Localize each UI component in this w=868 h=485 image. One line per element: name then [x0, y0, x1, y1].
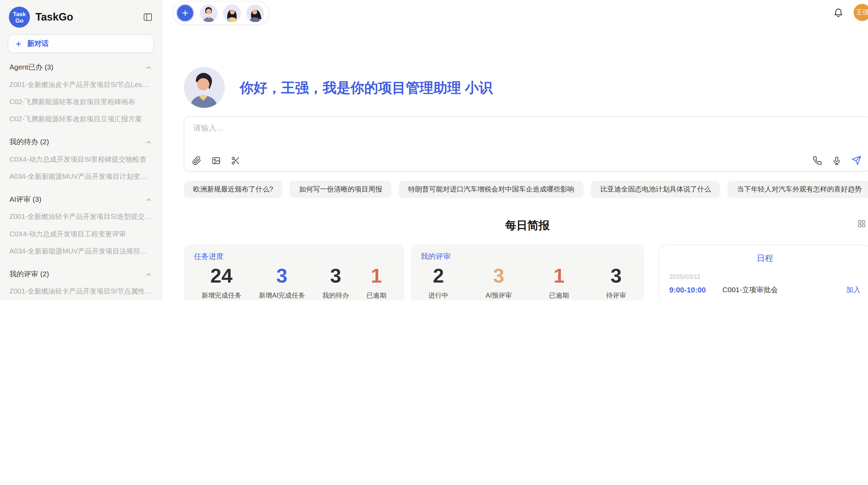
suggestion-chip[interactable]: 特朗普可能对进口汽车增税会对中国车企造成哪些影响: [399, 181, 583, 198]
stat-value: 1: [366, 264, 386, 288]
scissors-icon[interactable]: [231, 156, 240, 165]
suggestion-chips: 欧洲新规最近颁布了什么?如何写一份清晰的项目周报特朗普可能对进口汽车增税会对中国…: [184, 181, 868, 198]
stat-value: 24: [202, 264, 241, 288]
chevron-up-icon: [145, 196, 152, 203]
stat-card-title: 任务进度: [194, 252, 394, 262]
sidebar-item[interactable]: C02-飞腾新能源轻客改款项目立项汇报方案: [8, 111, 154, 128]
stat: 3 我的待办: [323, 264, 349, 300]
layout-grid-icon[interactable]: [857, 219, 866, 228]
right-column: 日程 2025/03/11 9:00-10:00 C001-立项审批会 加入 2…: [659, 245, 868, 300]
stat: 24 新增完成任务: [202, 264, 241, 300]
topbar-right: 王强: [833, 1, 868, 21]
sidebar-section-title: Agent已办 (3): [9, 62, 53, 72]
left-column: 任务进度 24 新增完成任务 3 新增AI完成任务 3 我的待办 1 已逾期 我…: [184, 245, 644, 300]
sidebar-item[interactable]: C0X4-动力总成开发项目工程变更评审: [8, 226, 154, 243]
schedule-date: 2025/03/11: [669, 273, 860, 280]
schedule-event-title: C001-立项审批会: [722, 285, 842, 295]
chat-input-card: [184, 116, 868, 171]
sidebar-item[interactable]: Z001-全新燃油皮卡产品开发项目SI节点Lesson Learn报告: [8, 76, 154, 94]
sidebar: Task Go TaskGo 新对话 Agent已办 (3) Z001-全新燃油…: [0, 0, 162, 300]
sidebar-section: 我的待办 (2) C0X4-动力总成开发项目SI里程碑提交物检查A034-全新新…: [8, 133, 154, 185]
sidebar-item[interactable]: C02-飞腾新能源轻客改款项目里程碑画布: [8, 94, 154, 111]
stat: 2 进行中: [429, 264, 448, 300]
assistant-avatar: [184, 67, 225, 108]
schedule-title: 日程: [669, 252, 860, 267]
sidebar-section: AI评审 (3) Z001-全新燃油轻卡产品开发项目SI造型提交物评审C0X4-…: [8, 191, 154, 260]
schedule-card: 日程 2025/03/11 9:00-10:00 C001-立项审批会 加入 2…: [659, 245, 868, 300]
stat-value: 3: [606, 264, 626, 288]
sidebar-item[interactable]: A034-全新新能源MUV产品开发项目法规符合性评审: [8, 243, 154, 260]
stats-row: 任务进度 24 新增完成任务 3 新增AI完成任务 3 我的待办 1 已逾期 我…: [184, 245, 644, 300]
stat: 1 已逾期: [366, 264, 386, 300]
stat: 3 AI预评审: [486, 264, 512, 300]
stat-label: 已逾期: [366, 291, 386, 300]
stat-value: 3: [259, 264, 305, 288]
schedule-time: 9:00-10:00: [669, 286, 722, 294]
stat-value: 1: [549, 264, 569, 288]
add-member-button[interactable]: [176, 4, 194, 22]
sidebar-section: 我的评审 (2) Z001-全新燃油轻卡产品开发项目SI节点属性5D文件评审A0…: [8, 265, 154, 300]
stat-value: 3: [486, 264, 512, 288]
content-columns: 任务进度 24 新增完成任务 3 新增AI完成任务 3 我的待办 1 已逾期 我…: [184, 245, 868, 300]
topbar: 王强: [173, 0, 868, 25]
phone-icon[interactable]: [813, 156, 822, 165]
suggestion-chip[interactable]: 欧洲新规最近颁布了什么?: [184, 181, 282, 198]
logo-line2: Go: [15, 17, 24, 24]
sidebar-section-title: 我的评审 (2): [9, 269, 49, 279]
stat: 3 新增AI完成任务: [259, 264, 305, 300]
input-attachments: [192, 156, 240, 165]
stat-label: 我的待办: [323, 291, 349, 300]
stat-card-title: 我的评审: [421, 252, 634, 262]
member-avatar-1[interactable]: [200, 4, 218, 22]
briefing-header: 每日简报: [184, 218, 868, 233]
stat: 1 已逾期: [549, 264, 569, 300]
stat-label: AI预评审: [486, 291, 512, 300]
sidebar-item[interactable]: Z001-全新燃油轻卡产品开发项目SI节点属性5D文件评审: [8, 283, 154, 300]
chevron-up-icon: [145, 139, 152, 146]
send-icon[interactable]: [852, 156, 861, 165]
chevron-up-icon: [145, 64, 152, 71]
suggestion-chip[interactable]: 如何写一份清晰的项目周报: [290, 181, 391, 198]
plus-icon: [15, 40, 22, 47]
suggestion-chip[interactable]: 比亚迪全固态电池计划具体说了什么: [591, 181, 721, 198]
image-attach-icon[interactable]: [212, 156, 221, 165]
app-title: TaskGo: [35, 11, 137, 23]
new-chat-button[interactable]: 新对话: [8, 34, 154, 53]
sidebar-item[interactable]: C0X4-动力总成开发项目SI里程碑提交物检查: [8, 151, 154, 168]
sidebar-section-header[interactable]: AI评审 (3): [8, 191, 154, 209]
chevron-up-icon: [145, 271, 152, 278]
collapse-sidebar-icon[interactable]: [143, 12, 153, 22]
sidebar-section-header[interactable]: Agent已办 (3): [8, 59, 154, 76]
app-window: Task Go TaskGo 新对话 Agent已办 (3) Z001-全新燃油…: [0, 0, 868, 300]
logo-line1: Task: [13, 11, 26, 17]
member-avatar-3[interactable]: [246, 4, 264, 22]
schedule-item: 2025/03/11 9:00-10:00 C001-立项审批会 加入: [669, 267, 860, 300]
sidebar-item[interactable]: Z001-全新燃油轻卡产品开发项目SI造型提交物评审: [8, 209, 154, 226]
stat-label: 进行中: [429, 291, 448, 300]
stat-label: 新增AI完成任务: [259, 291, 305, 300]
app-logo: Task Go: [9, 7, 30, 27]
input-actions: [813, 156, 861, 165]
sidebar-item[interactable]: A034-全新新能源MUV产品开发项目计划变更表编写: [8, 168, 154, 185]
sidebar-section: Agent已办 (3) Z001-全新燃油皮卡产品开发项目SI节点Lesson …: [8, 59, 154, 128]
stat-label: 新增完成任务: [202, 291, 241, 300]
stat: 3 待评审: [606, 264, 626, 300]
user-avatar[interactable]: 王强: [854, 4, 868, 21]
sidebar-section-title: 我的待办 (2): [9, 137, 49, 147]
stat-value: 3: [323, 264, 349, 288]
member-avatar-2[interactable]: [223, 4, 241, 22]
greeting-row: 你好，王强，我是你的项目管理助理 小识: [184, 67, 868, 108]
sidebar-header: Task Go TaskGo: [8, 5, 154, 34]
chat-input[interactable]: [192, 122, 804, 151]
stat-card: 我的评审 2 进行中 3 AI预评审 1 已逾期 3 待评审: [411, 245, 644, 300]
notifications-bell-icon[interactable]: [833, 7, 844, 18]
suggestion-chip[interactable]: 当下年轻人对汽车外观有怎样的喜好趋势: [728, 181, 868, 198]
stat-label: 已逾期: [549, 291, 569, 300]
briefing-title: 每日简报: [184, 218, 868, 233]
join-meeting-link[interactable]: 加入: [846, 285, 860, 295]
stat-value: 2: [429, 264, 448, 288]
paperclip-icon[interactable]: [192, 156, 201, 165]
sidebar-section-header[interactable]: 我的待办 (2): [8, 133, 154, 151]
sidebar-section-header[interactable]: 我的评审 (2): [8, 265, 154, 283]
microphone-icon[interactable]: [832, 156, 842, 165]
